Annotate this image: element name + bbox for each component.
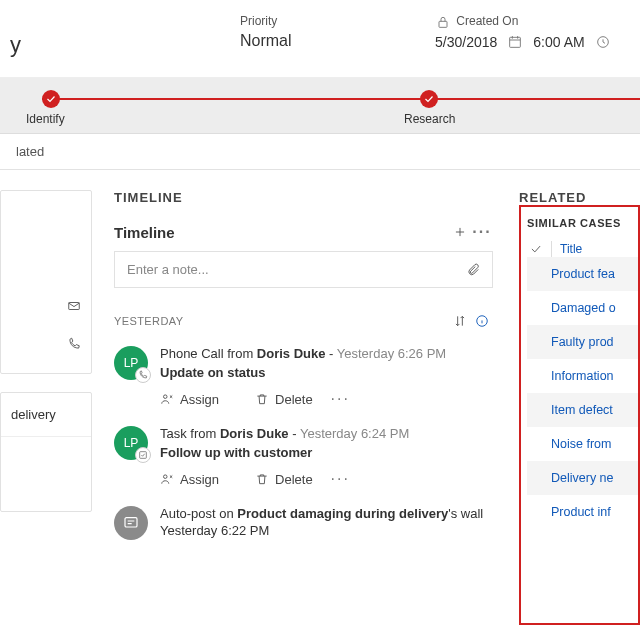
note-placeholder: Enter a note... xyxy=(127,262,209,277)
stage-node-research[interactable] xyxy=(420,90,438,108)
task-check-icon xyxy=(138,450,148,460)
priority-value: Normal xyxy=(240,32,435,50)
assign-button[interactable]: Assign xyxy=(160,472,219,487)
similar-cases-box: SIMILAR CASES Title Product fea Damaged … xyxy=(519,205,640,625)
delete-button[interactable]: Delete xyxy=(255,392,313,407)
similar-case-row[interactable]: Damaged o xyxy=(527,291,638,325)
avatar xyxy=(114,506,148,540)
svg-rect-8 xyxy=(125,518,137,527)
avatar: LP xyxy=(114,346,148,380)
avatar: LP xyxy=(114,426,148,460)
clock-icon xyxy=(595,34,611,50)
tab-strip: lated xyxy=(0,134,640,170)
similar-case-row[interactable]: Product inf xyxy=(527,495,638,529)
svg-rect-3 xyxy=(69,303,80,310)
timeline-line1: Task from Doris Duke - Yesterday 6:24 PM xyxy=(160,426,493,441)
left-column: delivery xyxy=(0,170,100,640)
similar-cases-title: SIMILAR CASES xyxy=(527,217,638,229)
svg-point-5 xyxy=(164,395,168,399)
phone-icon[interactable] xyxy=(67,337,81,355)
email-icon[interactable] xyxy=(67,299,81,317)
similar-case-row[interactable]: Information xyxy=(527,359,638,393)
more-actions[interactable]: ··· xyxy=(331,470,350,488)
created-on-label: Created On xyxy=(435,14,630,30)
column-title[interactable]: Title xyxy=(560,242,582,256)
similar-case-row[interactable]: Noise from xyxy=(527,427,638,461)
check-icon xyxy=(45,93,57,105)
timeline-item: LP Phone Call from Doris Duke - Yesterda… xyxy=(114,346,493,412)
phone-icon xyxy=(138,370,148,380)
assign-icon xyxy=(160,392,174,406)
created-date: 5/30/2018 xyxy=(435,34,497,50)
timeline-actions: Assign Delete ··· xyxy=(160,470,493,488)
svg-rect-1 xyxy=(510,37,521,47)
check-icon[interactable] xyxy=(529,242,543,256)
page-title: y xyxy=(10,6,240,75)
more-icon[interactable]: ··· xyxy=(471,221,493,243)
created-on-label-text: Created On xyxy=(456,14,518,28)
lock-icon xyxy=(435,14,451,30)
timeline-item: Auto-post on Product damaging during del… xyxy=(114,506,493,540)
priority-label: Priority xyxy=(240,14,435,28)
created-on-value[interactable]: 5/30/2018 6:00 AM xyxy=(435,34,630,50)
timeline-title: TIMELINE xyxy=(114,190,493,205)
svg-rect-0 xyxy=(439,21,447,27)
delivery-label: delivery xyxy=(1,393,91,437)
trash-icon xyxy=(255,472,269,486)
header-created-on: Created On 5/30/2018 6:00 AM xyxy=(435,6,630,75)
sort-icon[interactable] xyxy=(449,310,471,332)
delete-button[interactable]: Delete xyxy=(255,472,313,487)
timeline-line1: Auto-post on Product damaging during del… xyxy=(160,506,493,521)
more-actions[interactable]: ··· xyxy=(331,390,350,408)
svg-point-7 xyxy=(164,475,168,479)
similar-case-row[interactable]: Item defect xyxy=(527,393,638,427)
attachment-icon[interactable] xyxy=(466,263,480,277)
related-title: RELATED xyxy=(519,190,640,205)
timeline-item: LP Task from Doris Duke - Yesterday 6:24… xyxy=(114,426,493,492)
timeline-actions: Assign Delete ··· xyxy=(160,390,493,408)
stage-line xyxy=(42,98,640,100)
stage-label-research: Research xyxy=(404,112,455,126)
header: y Priority Normal Created On 5/30/2018 6… xyxy=(0,0,640,78)
contact-card xyxy=(0,190,92,374)
svg-rect-6 xyxy=(140,452,147,459)
similar-case-row[interactable]: Product fea xyxy=(527,257,638,291)
yesterday-label: YESTERDAY xyxy=(114,315,183,327)
stage-label-identify: Identify xyxy=(26,112,65,126)
timeline-subtitle-row: Timeline ··· xyxy=(114,221,493,243)
add-icon[interactable] xyxy=(449,221,471,243)
main-columns: delivery TIMELINE Timeline ··· Enter a n… xyxy=(0,170,640,640)
note-input[interactable]: Enter a note... xyxy=(114,251,493,288)
timeline-line2: Update on status xyxy=(160,365,493,380)
similar-case-row[interactable]: Faulty prod xyxy=(527,325,638,359)
tab-related[interactable]: lated xyxy=(10,144,50,159)
calendar-icon xyxy=(507,34,523,50)
assign-button[interactable]: Assign xyxy=(160,392,219,407)
timeline-column: TIMELINE Timeline ··· Enter a note... YE… xyxy=(100,170,505,640)
timeline-subtitle: Timeline xyxy=(114,224,175,241)
delivery-card: delivery xyxy=(0,392,92,512)
similar-case-row[interactable]: Delivery ne xyxy=(527,461,638,495)
assign-icon xyxy=(160,472,174,486)
related-column: RELATED SIMILAR CASES Title Product fea … xyxy=(505,170,640,640)
timeline-ts: Yesterday 6:22 PM xyxy=(160,523,493,538)
timeline-section-yesterday: YESTERDAY xyxy=(114,310,493,332)
similar-cases-header: Title xyxy=(527,241,638,257)
stage-bar: Identify Research xyxy=(0,78,640,134)
stage-node-identify[interactable] xyxy=(42,90,60,108)
timeline-line1: Phone Call from Doris Duke - Yesterday 6… xyxy=(160,346,493,361)
check-icon xyxy=(423,93,435,105)
trash-icon xyxy=(255,392,269,406)
info-icon[interactable] xyxy=(471,310,493,332)
timeline-line2: Follow up with customer xyxy=(160,445,493,460)
created-time: 6:00 AM xyxy=(533,34,584,50)
header-priority: Priority Normal xyxy=(240,6,435,75)
post-icon xyxy=(123,515,139,531)
